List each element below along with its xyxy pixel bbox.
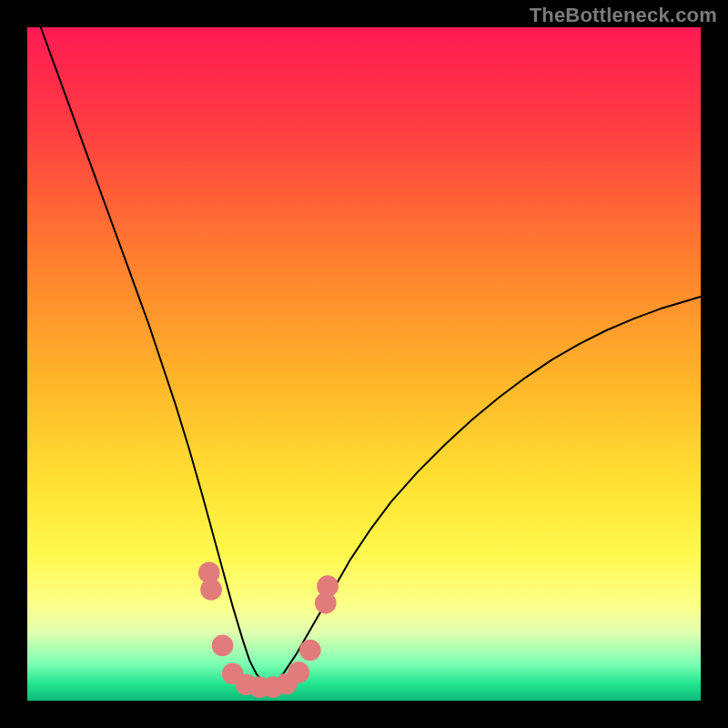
chart-frame: TheBottleneck.com xyxy=(0,0,728,728)
attribution-text: TheBottleneck.com xyxy=(530,4,717,27)
marker-dot xyxy=(212,634,234,656)
marker-dot xyxy=(317,575,339,597)
gradient-background xyxy=(27,27,701,701)
chart-svg xyxy=(27,27,701,701)
marker-dot xyxy=(200,579,222,601)
marker-dot xyxy=(288,662,309,683)
marker-dot xyxy=(299,640,321,662)
plot-area xyxy=(27,27,701,701)
